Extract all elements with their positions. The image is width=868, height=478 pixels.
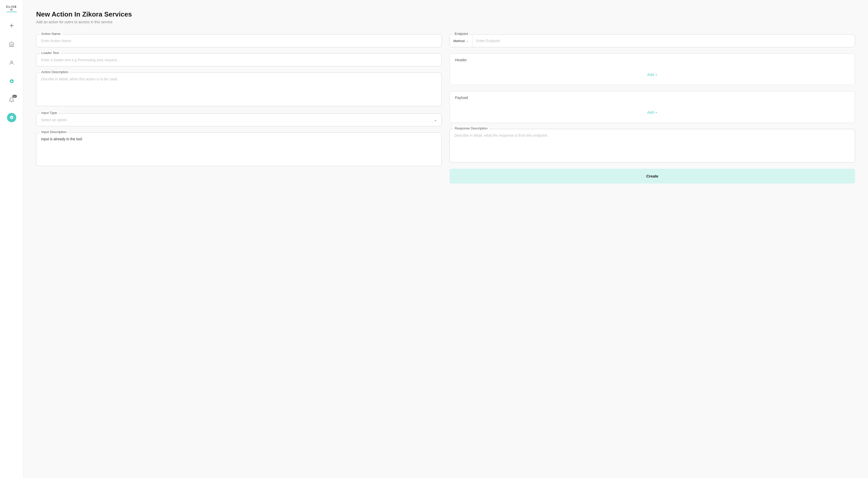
action-name-field: Action Name bbox=[36, 34, 442, 47]
action-description-label: Action Description bbox=[40, 70, 70, 74]
response-description-box: Describe in detail, what the response is… bbox=[450, 129, 855, 162]
page-title: New Action In Zikora Services bbox=[36, 10, 855, 18]
main-content: New Action In Zikora Services Add an act… bbox=[23, 0, 868, 478]
logo-text: CLIVE bbox=[6, 5, 17, 8]
response-description-field: Response Description Describe in detail,… bbox=[450, 129, 855, 162]
input-description-input[interactable] bbox=[36, 132, 442, 166]
input-description-field: Input Description bbox=[36, 132, 442, 167]
loader-text-input[interactable] bbox=[36, 54, 442, 66]
left-column: Action Name Loader Text Action Descripti… bbox=[36, 34, 442, 167]
endpoint-input[interactable] bbox=[472, 35, 855, 47]
action-name-input[interactable] bbox=[36, 34, 442, 47]
page-subtitle: Add an action for users to access in thi… bbox=[36, 20, 855, 24]
logo-ai: AI bbox=[10, 8, 13, 11]
payload-label: Payload bbox=[450, 91, 855, 102]
endpoint-wrapper: Method ⌄ bbox=[450, 34, 855, 47]
settings-icon bbox=[9, 115, 14, 120]
header-section: Header Add + bbox=[450, 54, 855, 85]
sidebar-item-add[interactable] bbox=[6, 20, 17, 31]
method-button[interactable]: Method ⌄ bbox=[450, 35, 472, 47]
payload-section: Payload Add + bbox=[450, 91, 855, 123]
sidebar-item-notifications[interactable]: 24 bbox=[6, 94, 17, 106]
response-description-label: Response Description bbox=[453, 126, 489, 130]
gear-icon bbox=[9, 79, 14, 84]
app-logo: CLIVE AI bbox=[6, 5, 17, 12]
input-type-label: Input Type bbox=[40, 111, 58, 115]
plus-icon bbox=[9, 23, 14, 28]
endpoint-label: Endpoint bbox=[453, 32, 469, 36]
endpoint-field: Endpoint Method ⌄ bbox=[450, 34, 855, 47]
right-column: Endpoint Method ⌄ Header Add + Payloa bbox=[450, 34, 855, 183]
sidebar-item-profile[interactable] bbox=[6, 57, 17, 68]
header-body: Add + bbox=[450, 64, 855, 85]
bell-icon bbox=[9, 97, 14, 103]
input-type-field: Input Type Select an option ⌄ bbox=[36, 113, 442, 126]
input-description-label: Input Description bbox=[40, 130, 68, 134]
sidebar-item-services[interactable] bbox=[6, 76, 17, 87]
notification-badge: 24 bbox=[12, 95, 17, 98]
user-icon bbox=[9, 60, 14, 66]
sidebar-nav: 24 bbox=[6, 20, 17, 473]
header-add-button[interactable]: Add + bbox=[647, 72, 657, 77]
method-label: Method bbox=[454, 39, 464, 43]
method-chevron-icon: ⌄ bbox=[466, 39, 469, 42]
payload-add-button[interactable]: Add + bbox=[647, 110, 657, 115]
page-header: New Action In Zikora Services Add an act… bbox=[36, 10, 855, 24]
response-description-placeholder: Describe in detail, what the response is… bbox=[455, 133, 850, 138]
logo-underline bbox=[6, 11, 17, 12]
svg-point-2 bbox=[10, 61, 12, 63]
input-type-select-wrapper: Select an option ⌄ bbox=[36, 113, 442, 126]
action-description-input[interactable] bbox=[36, 72, 442, 106]
loader-text-field: Loader Text bbox=[36, 54, 442, 66]
header-label: Header bbox=[450, 54, 855, 64]
loader-text-label: Loader Text bbox=[40, 51, 60, 55]
payload-body: Add + bbox=[450, 102, 855, 122]
sidebar-item-home[interactable] bbox=[6, 38, 17, 50]
create-button[interactable]: Create bbox=[450, 169, 855, 183]
sidebar-avatar[interactable] bbox=[7, 113, 16, 122]
sidebar: CLIVE AI bbox=[0, 0, 23, 478]
home-icon bbox=[9, 41, 14, 47]
action-name-label: Action Name bbox=[40, 32, 62, 36]
input-type-select[interactable]: Select an option bbox=[36, 113, 442, 126]
form-layout: Action Name Loader Text Action Descripti… bbox=[36, 34, 855, 183]
action-description-field: Action Description bbox=[36, 72, 442, 107]
